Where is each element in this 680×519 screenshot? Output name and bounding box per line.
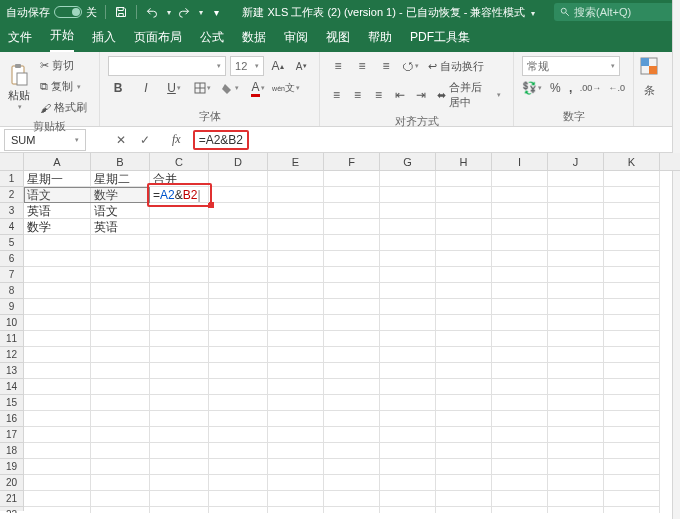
cell[interactable] [436,235,492,251]
cell[interactable] [492,379,548,395]
cell[interactable] [380,491,436,507]
tab-view[interactable]: 视图 [326,25,350,52]
cell[interactable] [380,507,436,513]
cell[interactable] [209,299,268,315]
cell[interactable] [492,219,548,235]
cell[interactable] [492,427,548,443]
cell[interactable] [548,459,604,475]
row-header[interactable]: 12 [0,347,23,363]
cell[interactable] [209,427,268,443]
row-header[interactable]: 21 [0,491,23,507]
row-header[interactable]: 15 [0,395,23,411]
cell[interactable] [604,411,660,427]
cell[interactable] [268,299,324,315]
cell[interactable] [209,283,268,299]
cell[interactable] [436,203,492,219]
cell[interactable] [268,363,324,379]
cell[interactable] [209,379,268,395]
number-format-combo[interactable]: 常规▾ [522,56,620,76]
cell[interactable] [268,395,324,411]
cell[interactable] [150,411,209,427]
row-header[interactable]: 3 [0,203,23,219]
cell[interactable] [492,203,548,219]
cell[interactable]: 英语 [91,219,150,235]
cell[interactable] [209,395,268,411]
cell[interactable] [150,267,209,283]
underline-button[interactable]: U▾ [164,78,184,98]
row-header[interactable]: 1 [0,171,23,187]
cell[interactable] [380,267,436,283]
cell[interactable] [436,379,492,395]
cell[interactable] [380,187,436,203]
cell[interactable] [209,459,268,475]
cell[interactable] [604,459,660,475]
cell[interactable] [91,379,150,395]
customize-qat-icon[interactable]: ▾ [209,5,223,19]
tab-home[interactable]: 开始 [50,23,74,52]
conditional-formatting-button[interactable]: 条 [642,56,656,76]
cell[interactable]: 语文 [24,187,91,203]
cell[interactable] [324,459,380,475]
cell[interactable] [492,347,548,363]
cell[interactable] [268,251,324,267]
cell[interactable] [604,491,660,507]
undo-icon[interactable] [145,5,159,19]
cell[interactable] [24,379,91,395]
cell[interactable] [91,507,150,513]
autosave-toggle[interactable]: 自动保存 关 [6,5,97,20]
cell[interactable] [436,475,492,491]
cell[interactable] [548,475,604,491]
increase-decimal-button[interactable]: .00→ [580,78,600,98]
cell[interactable] [150,203,209,219]
cell[interactable] [380,283,436,299]
cell[interactable] [268,347,324,363]
cell[interactable] [548,443,604,459]
cell[interactable] [24,347,91,363]
cell[interactable] [209,251,268,267]
cell[interactable] [492,187,548,203]
cell[interactable] [436,299,492,315]
cell[interactable] [380,219,436,235]
select-all-corner[interactable] [0,153,24,170]
cell[interactable] [24,475,91,491]
cell[interactable] [150,427,209,443]
cell[interactable] [436,347,492,363]
align-bottom-button[interactable]: ≡ [376,56,396,76]
cell[interactable] [604,379,660,395]
cell[interactable] [436,443,492,459]
cell[interactable] [436,219,492,235]
search-box[interactable]: 搜索(Alt+Q) [554,3,674,21]
cell[interactable] [492,171,548,187]
cell[interactable] [492,251,548,267]
cell[interactable] [324,187,380,203]
cell[interactable] [548,203,604,219]
cell[interactable] [324,411,380,427]
cell[interactable] [209,203,268,219]
save-icon[interactable] [114,5,128,19]
tab-file[interactable]: 文件 [8,25,32,52]
cell[interactable] [604,251,660,267]
cell[interactable] [268,331,324,347]
cell[interactable] [548,363,604,379]
cell[interactable] [604,315,660,331]
cell[interactable] [380,347,436,363]
cell[interactable] [548,315,604,331]
cell[interactable] [324,267,380,283]
cell[interactable] [324,219,380,235]
cell[interactable] [150,363,209,379]
cell[interactable] [436,171,492,187]
cell[interactable] [380,395,436,411]
cell[interactable] [91,283,150,299]
tab-help[interactable]: 帮助 [368,25,392,52]
cell[interactable] [91,235,150,251]
row-header[interactable]: 10 [0,315,23,331]
cell[interactable] [324,315,380,331]
cell[interactable] [150,395,209,411]
cell[interactable] [604,475,660,491]
cell[interactable] [268,203,324,219]
cell[interactable] [268,283,324,299]
cell[interactable] [324,363,380,379]
cell[interactable] [268,219,324,235]
cell[interactable] [150,347,209,363]
cell[interactable] [548,267,604,283]
